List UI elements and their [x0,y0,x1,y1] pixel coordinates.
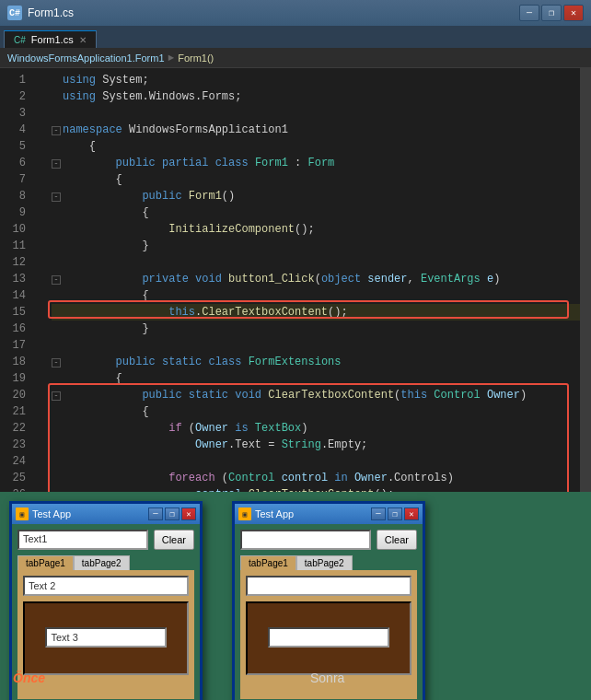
after-textbox1[interactable] [240,530,371,550]
code-line [52,337,580,354]
code-line: -namespace WindowsFormsApplication1 [52,122,580,138]
before-textbox1[interactable]: Text1 [17,530,148,550]
after-restore-btn[interactable]: ❐ [388,508,402,520]
minimize-button[interactable]: ─ [519,5,539,21]
code-line: - public static class FormExtensions [52,354,580,370]
tab-label: Form1.cs [31,34,74,45]
code-line: if (Owner is TextBox) [52,420,580,437]
code-line: { [52,204,580,221]
close-button[interactable]: ✕ [563,5,584,21]
after-top-row: Clear [240,530,417,550]
tab-icon: C# [14,35,26,45]
before-clear-button[interactable]: Clear [154,530,194,550]
bottom-area: ▣ Test App ─ ❐ ✕ Text1 Clear tabPage1 ta… [0,492,591,700]
after-window-titlebar: ▣ Test App ─ ❐ ✕ [235,504,423,524]
before-window-title: Test App [32,508,145,519]
before-tab2[interactable]: tabPage2 [74,555,130,570]
code-line: { [52,138,580,155]
code-line: } [52,321,580,337]
after-textbox2[interactable] [246,576,411,596]
after-close-btn[interactable]: ✕ [404,508,419,520]
code-line: - public static void ClearTextboxContent… [52,387,580,403]
code-line: - public Form1() [52,188,580,204]
before-brown-panel: Text 3 [23,601,189,675]
label-before: Önce [13,671,45,685]
after-minimize-btn[interactable]: ─ [371,508,386,520]
code-line [52,453,580,470]
before-close-btn[interactable]: ✕ [181,508,196,520]
code-line: - private void button1_Click(object send… [52,271,580,287]
tab-form1cs[interactable]: C# Form1.cs ✕ [4,30,97,48]
before-restore-btn[interactable]: ❐ [165,508,180,520]
before-window-icon: ▣ [16,508,29,520]
after-window-title: Test App [255,508,367,519]
code-content[interactable]: using System;using System.Windows.Forms;… [48,68,580,492]
before-window-controls[interactable]: ─ ❐ ✕ [148,508,196,520]
code-line: InitializeComponent(); [52,221,580,238]
breadcrumb-method[interactable]: Form1() [178,52,214,64]
before-tab1[interactable]: tabPage1 [17,555,74,570]
code-line [52,105,580,122]
before-textbox2[interactable]: Text 2 [23,576,189,596]
code-line [52,254,580,271]
label-after: Sonra [310,671,344,685]
tab-bar: C# Form1.cs ✕ [0,26,591,48]
code-line: { [52,171,580,188]
before-top-row: Text1 Clear [17,530,194,550]
breadcrumb-separator: ► [168,52,175,64]
code-line: { [52,370,580,387]
code-line: this.ClearTextboxContent(); [52,304,580,321]
restore-button[interactable]: ❐ [541,5,562,21]
code-line: foreach (Control control in Owner.Contro… [52,470,580,486]
after-window-icon: ▣ [238,508,251,520]
code-line: using System.Windows.Forms; [52,88,580,105]
code-line: } [52,238,580,254]
vertical-scrollbar[interactable] [580,68,591,492]
tab-close-button[interactable]: ✕ [79,35,87,45]
after-tab2[interactable]: tabPage2 [296,555,353,570]
before-textbox3[interactable]: Text 3 [45,627,166,648]
window-controls[interactable]: ─ ❐ ✕ [519,5,584,21]
after-clear-button[interactable]: Clear [377,530,417,550]
after-window-controls[interactable]: ─ ❐ ✕ [371,508,419,520]
after-brown-panel [246,601,411,675]
before-minimize-btn[interactable]: ─ [148,508,163,520]
code-line: Owner.Text = String.Empty; [52,437,580,453]
collapse-area [33,68,48,492]
line-numbers: 1234567891011121314151617181920212223242… [0,68,33,492]
code-line: { [52,287,580,304]
code-editor[interactable]: 1234567891011121314151617181920212223242… [0,68,591,492]
breadcrumb: WindowsFormsApplication1.Form1 ► Form1() [0,48,591,68]
before-window-titlebar: ▣ Test App ─ ❐ ✕ [12,504,200,524]
after-textbox3[interactable] [268,627,388,648]
title-bar: C# Form1.cs ─ ❐ ✕ [0,0,591,26]
code-line: { [52,403,580,420]
app-icon: C# [7,6,22,20]
code-line: - public partial class Form1 : Form [52,155,580,171]
after-tabs[interactable]: tabPage1 tabPage2 [240,555,417,570]
breadcrumb-namespace[interactable]: WindowsFormsApplication1.Form1 [7,52,165,64]
window-title: Form1.cs [28,6,514,19]
code-line: using System; [52,72,580,88]
before-tabs[interactable]: tabPage1 tabPage2 [17,555,194,570]
after-tab1[interactable]: tabPage1 [240,555,296,570]
